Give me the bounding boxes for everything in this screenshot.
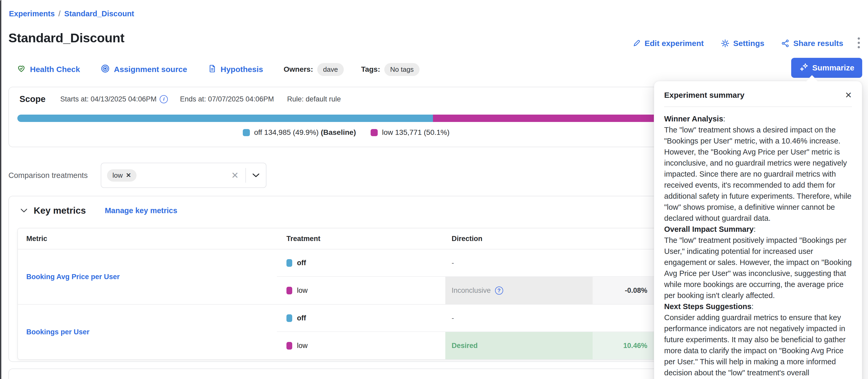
edit-experiment-label: Edit experiment <box>644 39 704 48</box>
scope-rule: Rule: default rule <box>287 95 341 103</box>
key-metrics-header: Key metrics Manage key metrics <box>20 205 177 216</box>
edit-experiment-button[interactable]: Edit experiment <box>632 39 704 48</box>
delta-value: 10.46% <box>593 332 653 359</box>
page-title: Standard_Discount <box>8 31 124 45</box>
header-actions: Edit experiment Settings Share results <box>632 37 861 50</box>
low-swatch-icon <box>371 129 378 136</box>
metric-link-booking-avg-price[interactable]: Booking Avg Price per User <box>26 273 120 281</box>
breadcrumb-experiments-link[interactable]: Experiments <box>9 9 55 18</box>
allocation-legend: off 134,985 (49.9%)(Baseline) low 135,77… <box>9 128 685 137</box>
gear-icon <box>721 39 730 48</box>
hypothesis-label: Hypothesis <box>221 65 263 74</box>
winner-analysis-heading: Winner Analysis <box>664 114 723 123</box>
direction-cell-desired: Desired <box>445 332 593 359</box>
hypothesis-link[interactable]: Hypothesis <box>208 64 263 75</box>
metric-column-header: Metric <box>18 235 277 243</box>
summarize-label: Summarize <box>812 63 854 72</box>
manage-key-metrics-link[interactable]: Manage key metrics <box>105 206 177 215</box>
clear-selection-icon[interactable]: ✕ <box>231 170 239 180</box>
experiment-nav-row: Health Check Assignment source Hypothesi… <box>17 61 420 78</box>
owners-label: Owners: <box>283 65 313 74</box>
assignment-source-link[interactable]: Assignment source <box>100 64 187 75</box>
panel-divider <box>664 106 852 107</box>
health-check-label: Health Check <box>30 65 80 74</box>
comparison-treatments-row: Comparison treatments low ✕ ✕ <box>8 162 267 189</box>
help-icon[interactable]: ? <box>495 286 503 295</box>
treatment-column-header: Treatment <box>277 235 445 243</box>
metric-link-bookings-per-user[interactable]: Bookings per User <box>26 328 89 336</box>
sparkles-icon <box>799 62 809 74</box>
low-swatch-icon <box>286 287 292 295</box>
settings-button[interactable]: Settings <box>721 39 764 48</box>
off-swatch-icon <box>286 259 292 267</box>
breadcrumb-current-link[interactable]: Standard_Discount <box>64 9 134 18</box>
experiment-summary-panel: Experiment summary ✕ Winner Analysis: Th… <box>654 81 862 379</box>
tags-badge: No tags <box>384 63 420 76</box>
legend-item-low: low 135,771 (50.1%) <box>371 128 452 137</box>
next-steps-heading: Next Steps Suggestions <box>664 302 751 311</box>
info-icon[interactable]: i <box>160 95 168 103</box>
summary-panel-title: Experiment summary <box>664 91 744 100</box>
assignment-source-label: Assignment source <box>114 65 187 74</box>
collapse-chevron-icon[interactable] <box>20 208 28 213</box>
comparison-treatments-label: Comparison treatments <box>8 171 88 180</box>
direction-cell: - <box>445 305 593 332</box>
next-steps-text: Consider adding guardrail metrics to ens… <box>664 312 852 378</box>
chevron-down-icon[interactable] <box>252 173 259 178</box>
delta-value: -0.08% <box>593 277 653 304</box>
chip-remove-icon[interactable]: ✕ <box>126 172 131 179</box>
health-check-link[interactable]: Health Check <box>17 64 80 75</box>
scope-starts-at: Starts at: 04/13/2025 04:06PM i <box>60 95 168 103</box>
direction-cell-inconclusive: Inconclusive ? <box>445 277 593 304</box>
breadcrumb: Experiments/Standard_Discount <box>9 9 134 18</box>
winner-analysis-text: The "low" treatment shows a desired impa… <box>664 124 852 224</box>
off-swatch-icon <box>286 314 292 322</box>
treatment-chip-low[interactable]: low ✕ <box>107 169 136 182</box>
share-results-label: Share results <box>793 39 843 48</box>
window-left-edge <box>0 0 1 379</box>
off-swatch-icon <box>243 129 250 136</box>
comparison-treatments-select[interactable]: low ✕ ✕ <box>101 163 267 188</box>
document-icon <box>208 64 217 75</box>
close-icon[interactable]: ✕ <box>845 91 852 99</box>
legend-item-off: off 134,985 (49.9%)(Baseline) <box>243 128 356 137</box>
direction-column-header: Direction <box>445 235 593 243</box>
select-divider <box>245 168 246 183</box>
overall-impact-heading: Overall Impact Summary <box>664 225 753 233</box>
key-metrics-title: Key metrics <box>34 205 86 216</box>
owner-badge: dave <box>317 63 343 76</box>
scope-title: Scope <box>20 94 45 104</box>
overall-impact-text: The "low" treatment positively impacted … <box>664 235 852 301</box>
heart-check-icon <box>17 64 26 75</box>
more-options-button[interactable] <box>857 37 861 50</box>
breadcrumb-separator: / <box>58 9 61 18</box>
scope-ends-at: Ends at: 07/07/2025 04:06PM <box>180 95 274 103</box>
tags-label: Tags: <box>361 65 380 74</box>
direction-cell: - <box>445 249 593 276</box>
summary-panel-body: Winner Analysis: The "low" treatment sho… <box>664 113 852 378</box>
share-icon <box>781 39 789 47</box>
allocation-segment-off <box>18 114 433 122</box>
settings-label: Settings <box>733 39 764 48</box>
low-swatch-icon <box>286 342 292 350</box>
share-results-button[interactable]: Share results <box>781 39 843 48</box>
pencil-icon <box>632 39 641 47</box>
target-icon <box>100 64 110 75</box>
summarize-button[interactable]: Summarize <box>791 58 862 78</box>
